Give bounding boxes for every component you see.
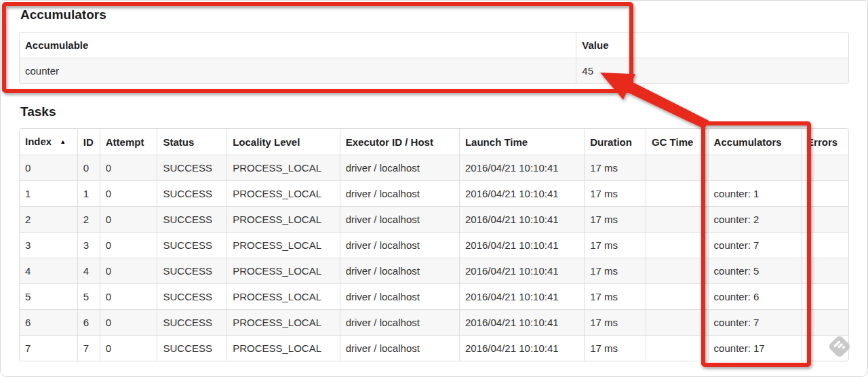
table-cell: 5	[77, 283, 100, 309]
column-header-launch-time[interactable]: Launch Time	[459, 129, 584, 155]
table-cell: 0	[100, 283, 157, 309]
table-cell: 3	[77, 232, 100, 258]
table-cell	[801, 206, 848, 232]
table-cell: 3	[20, 232, 77, 258]
table-cell: 0	[100, 258, 157, 283]
table-cell: 6	[77, 309, 100, 335]
table-row: 4 4 0 SUCCESS PROCESS_LOCAL driver / loc…	[20, 258, 848, 283]
table-cell	[801, 232, 848, 258]
table-cell: 2016/04/21 10:10:41	[459, 283, 584, 309]
table-cell: SUCCESS	[157, 232, 226, 258]
spark-stage-page: Accumulators Accumulable Value counter 4…	[0, 0, 868, 377]
table-cell: counter: 17	[708, 335, 802, 361]
table-cell: driver / localhost	[340, 283, 459, 309]
table-cell: PROCESS_LOCAL	[226, 258, 340, 283]
table-cell: 17 ms	[584, 180, 646, 206]
table-cell: 0	[100, 232, 157, 258]
table-cell	[646, 258, 708, 283]
accumulable-name-cell: counter	[20, 58, 576, 83]
table-cell: 1	[77, 180, 100, 206]
table-cell: 0	[100, 155, 157, 180]
table-row: 7 7 0 SUCCESS PROCESS_LOCAL driver / loc…	[20, 335, 848, 361]
table-row: 1 1 0 SUCCESS PROCESS_LOCAL driver / loc…	[20, 180, 848, 206]
table-cell	[708, 155, 802, 180]
table-cell: 17 ms	[584, 258, 646, 283]
sort-ascending-icon: ▲	[60, 138, 66, 145]
table-cell	[646, 180, 708, 206]
table-cell: counter: 7	[708, 309, 802, 335]
table-cell: 0	[100, 335, 157, 361]
table-cell: 17 ms	[584, 206, 646, 232]
tasks-table: Index▲ ID Attempt Status Locality Level …	[19, 128, 849, 361]
table-cell	[646, 283, 708, 309]
table-cell: 0	[20, 155, 77, 180]
page-content: Accumulators Accumulable Value counter 4…	[1, 1, 867, 361]
table-cell	[646, 309, 708, 335]
table-cell: 2	[20, 206, 77, 232]
table-cell: driver / localhost	[340, 206, 459, 232]
table-row: 2 2 0 SUCCESS PROCESS_LOCAL driver / loc…	[20, 206, 848, 232]
table-cell: 2016/04/21 10:10:41	[459, 155, 584, 180]
table-cell: 2016/04/21 10:10:41	[459, 258, 584, 283]
table-cell: driver / localhost	[340, 180, 459, 206]
table-cell: SUCCESS	[157, 155, 226, 180]
column-header-accumulable: Accumulable	[20, 33, 576, 58]
table-cell: SUCCESS	[157, 258, 226, 283]
table-cell: 0	[77, 155, 100, 180]
table-cell: PROCESS_LOCAL	[226, 309, 340, 335]
table-header-row: Index▲ ID Attempt Status Locality Level …	[20, 129, 848, 155]
tasks-section-title: Tasks	[20, 104, 849, 119]
table-cell: PROCESS_LOCAL	[226, 206, 340, 232]
column-header-index[interactable]: Index▲	[20, 129, 77, 155]
table-cell: 1	[20, 180, 77, 206]
column-header-value: Value	[576, 33, 848, 58]
table-cell: counter: 2	[708, 206, 802, 232]
accumulators-section-title: Accumulators	[20, 7, 849, 22]
table-cell: 17 ms	[584, 309, 646, 335]
table-row: 6 6 0 SUCCESS PROCESS_LOCAL driver / loc…	[20, 309, 848, 335]
table-cell: driver / localhost	[340, 232, 459, 258]
table-cell: 4	[77, 258, 100, 283]
table-cell: counter: 1	[708, 180, 802, 206]
table-cell: driver / localhost	[340, 309, 459, 335]
table-cell: PROCESS_LOCAL	[226, 335, 340, 361]
table-row: 0 0 0 SUCCESS PROCESS_LOCAL driver / loc…	[20, 155, 848, 180]
table-cell: SUCCESS	[157, 335, 226, 361]
table-cell: SUCCESS	[157, 206, 226, 232]
column-header-executor-id-host[interactable]: Executor ID / Host	[340, 129, 459, 155]
column-header-id[interactable]: ID	[77, 129, 100, 155]
column-header-gc-time[interactable]: GC Time	[646, 129, 708, 155]
feedly-mini-icon[interactable]	[823, 330, 856, 363]
column-header-errors[interactable]: Errors	[801, 129, 848, 155]
table-cell: PROCESS_LOCAL	[226, 180, 340, 206]
table-cell: counter: 6	[708, 283, 802, 309]
accumulators-table: Accumulable Value counter 45	[19, 32, 849, 84]
table-cell: 2016/04/21 10:10:41	[459, 309, 584, 335]
table-cell: 17 ms	[584, 283, 646, 309]
column-header-accumulators[interactable]: Accumulators	[708, 129, 802, 155]
table-cell: 2016/04/21 10:10:41	[459, 232, 584, 258]
table-cell: 2016/04/21 10:10:41	[459, 335, 584, 361]
table-cell: 7	[20, 335, 77, 361]
table-cell: 17 ms	[584, 335, 646, 361]
table-cell: counter: 7	[708, 232, 802, 258]
table-cell	[801, 258, 848, 283]
accumulable-value-cell: 45	[576, 58, 848, 83]
table-cell: 0	[100, 180, 157, 206]
table-cell: 17 ms	[584, 155, 646, 180]
table-cell: SUCCESS	[157, 309, 226, 335]
table-cell: 5	[20, 283, 77, 309]
table-cell: 2016/04/21 10:10:41	[459, 180, 584, 206]
table-cell: PROCESS_LOCAL	[226, 155, 340, 180]
column-header-attempt[interactable]: Attempt	[100, 129, 157, 155]
table-cell: 2016/04/21 10:10:41	[459, 206, 584, 232]
column-header-locality-level[interactable]: Locality Level	[226, 129, 340, 155]
table-cell: 17 ms	[584, 232, 646, 258]
column-header-index-label: Index	[25, 136, 52, 147]
table-cell	[646, 335, 708, 361]
column-header-duration[interactable]: Duration	[584, 129, 646, 155]
table-header-row: Accumulable Value	[20, 33, 848, 58]
table-cell: 0	[100, 206, 157, 232]
table-row: counter 45	[20, 58, 848, 83]
column-header-status[interactable]: Status	[157, 129, 226, 155]
